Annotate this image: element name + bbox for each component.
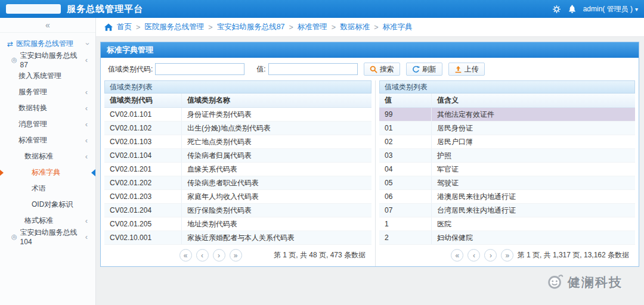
sidebar-item[interactable]: ◎ 宝安妇幼服务总线87 ‹ — [0, 52, 95, 68]
panel-title: 标准字典管理 — [101, 42, 639, 58]
cell-category-code: CV02.01.202 — [104, 176, 182, 189]
column-header-value[interactable]: 值 — [379, 94, 432, 107]
notifications-bell-icon[interactable] — [568, 5, 576, 13]
cell-category-name: 出生(分娩)地点类别代码表 — [182, 122, 371, 135]
table-row[interactable]: 04 军官证 — [379, 163, 635, 176]
value-table-header: 值 值含义 — [379, 94, 635, 108]
cell-category-code: CV02.01.205 — [104, 217, 182, 231]
category-table: 值域类别列表 值域类别代码 值域类别名称 CV02.01.101 身份证件类别代… — [104, 80, 371, 266]
breadcrumb-separator: > — [136, 23, 140, 32]
table-row[interactable]: CV02.01.101 身份证件类别代码表 — [104, 108, 371, 122]
sidebar-item[interactable]: 接入系统管理 — [0, 68, 95, 84]
cell-meaning: 护照 — [432, 149, 635, 162]
pager-button[interactable]: ‹ — [467, 249, 480, 262]
table-row[interactable]: CV02.01.201 血缘关系代码表 — [104, 163, 371, 176]
app-title: 服务总线管理平台 — [67, 4, 143, 15]
table-row[interactable]: CV02.01.205 地址类别代码表 — [104, 217, 371, 231]
pager-button[interactable]: » — [230, 249, 242, 262]
sidebar-collapse-button[interactable]: « — [0, 18, 95, 33]
home-icon[interactable] — [104, 23, 113, 31]
table-row[interactable]: 2 妇幼保健院 — [379, 231, 635, 245]
breadcrumb-item[interactable]: > 数据标准 — [332, 22, 370, 32]
refresh-button-label: 刷新 — [422, 64, 436, 74]
pager-button[interactable]: › — [213, 249, 225, 262]
table-row[interactable]: CV02.01.203 家庭年人均收入代码表 — [104, 190, 371, 204]
table-row[interactable]: 01 居民身份证 — [379, 122, 635, 135]
sidebar-item[interactable]: 数据标准 ‹ — [0, 148, 95, 164]
pager-button[interactable]: ‹ — [196, 249, 209, 262]
breadcrumb-label: 标准管理 — [298, 22, 327, 32]
sidebar-item-label: OID对象标识 — [32, 200, 73, 210]
category-section-title: 值域类别列表 — [104, 80, 371, 94]
cell-value: 06 — [379, 190, 432, 203]
table-row[interactable]: 99 其他法定有效证件 — [379, 108, 635, 122]
code-filter-input[interactable] — [155, 63, 244, 75]
value-filter-label: 值: — [256, 64, 265, 74]
chevron-icon: ‹ — [85, 55, 88, 64]
upload-button[interactable]: 上传 — [448, 63, 485, 76]
table-row[interactable]: CV02.01.104 传染病者归属代码表 — [104, 149, 371, 163]
sidebar-item[interactable]: ◎ 宝安妇幼服务总线104 ‹ — [0, 229, 95, 245]
column-header-category-name[interactable]: 值域类别名称 — [182, 94, 371, 107]
cell-meaning: 妇幼保健院 — [432, 231, 635, 244]
breadcrumb-item[interactable]: > 宝安妇幼服务总线87 — [208, 22, 284, 32]
table-row[interactable]: 1 医院 — [379, 217, 635, 231]
sidebar-item[interactable]: 数据转换 ‹ — [0, 100, 95, 116]
table-row[interactable]: CV02.01.103 死亡地点类别代码表 — [104, 135, 371, 149]
chevron-icon: ‹ — [82, 42, 91, 45]
caret-down-icon: ▾ — [635, 6, 638, 13]
refresh-button[interactable]: 刷新 — [406, 63, 442, 76]
breadcrumb-item[interactable]: > 标准管理 — [289, 22, 327, 32]
table-row[interactable]: CV02.01.202 传染病患者职业代码表 — [104, 176, 371, 190]
cell-value: 2 — [379, 231, 432, 244]
app-window: 服务总线管理平台 admin( 管理员 ) ▾ « ⇄ — [0, 0, 644, 305]
refresh-icon — [412, 66, 420, 73]
category-pager-info: 第 1 页, 共 48 页, 473 条数据 — [274, 250, 366, 260]
table-row[interactable]: CV02.01.204 医疗保险类别代码表 — [104, 204, 371, 217]
column-header-meaning[interactable]: 值含义 — [432, 94, 635, 107]
sidebar: « ⇄ 医院服务总线管理 ‹ ◎ 宝安妇幼服务总线87 ‹ 接入系统管理 — [0, 18, 96, 305]
cell-category-code: CV02.01.103 — [104, 135, 182, 148]
search-icon — [370, 66, 377, 73]
table-row[interactable]: 03 护照 — [379, 149, 635, 163]
cell-category-code: CV02.01.204 — [104, 204, 182, 217]
search-button[interactable]: 搜索 — [364, 63, 400, 76]
table-row[interactable]: 05 驾驶证 — [379, 176, 635, 190]
cell-value: 03 — [379, 149, 432, 162]
sidebar-item[interactable]: 消息管理 ‹ — [0, 116, 95, 132]
upload-icon — [454, 66, 462, 73]
sidebar-item[interactable]: 标准字典 — [0, 164, 95, 180]
sidebar-nav: ⇄ 医院服务总线管理 ‹ ◎ 宝安妇幼服务总线87 ‹ 接入系统管理 — [0, 33, 95, 245]
sidebar-item[interactable]: 术语 — [0, 180, 95, 197]
value-filter-input[interactable] — [268, 63, 358, 75]
pager-button[interactable]: « — [451, 249, 463, 262]
column-header-category-code[interactable]: 值域类别代码 — [104, 94, 182, 107]
pager-button[interactable]: » — [501, 249, 513, 262]
sidebar-item[interactable]: 标准管理 ‹ — [0, 132, 95, 148]
breadcrumb-item[interactable]: > 医院服务总线管理 — [136, 22, 204, 32]
pager-button[interactable]: « — [179, 249, 192, 262]
settings-gear-icon[interactable] — [552, 5, 561, 14]
upload-button-label: 上传 — [465, 64, 479, 74]
table-row[interactable]: CV02.01.102 出生(分娩)地点类别代码表 — [104, 122, 371, 135]
cell-meaning: 居民身份证 — [432, 122, 635, 135]
table-row[interactable]: CV02.10.001 家族近亲婚配者与本人关系代码表 — [104, 231, 371, 245]
table-row[interactable]: 06 港澳居民来往内地通行证 — [379, 190, 635, 204]
value-table-body: 99 其他法定有效证件 01 居民身份证 02 居民户口簿 — [379, 108, 635, 245]
breadcrumb-item[interactable]: > 标准字典 — [374, 22, 412, 32]
breadcrumb-separator: > — [374, 23, 378, 32]
table-row[interactable]: 07 台湾居民来往内地通行证 — [379, 204, 635, 217]
cell-category-name: 血缘关系代码表 — [182, 163, 371, 176]
cell-value: 02 — [379, 135, 432, 148]
sidebar-item[interactable]: 格式标准 ‹ — [0, 213, 95, 229]
sidebar-item[interactable]: 服务管理 ‹ — [0, 84, 95, 100]
tables-area: 值域类别列表 值域类别代码 值域类别名称 CV02.01.101 身份证件类别代… — [101, 80, 639, 266]
user-menu[interactable]: admin( 管理员 ) ▾ — [583, 4, 638, 14]
table-row[interactable]: 02 居民户口簿 — [379, 135, 635, 149]
app-logo — [6, 4, 61, 14]
sidebar-item[interactable]: ⇄ 医院服务总线管理 ‹ — [0, 36, 95, 52]
breadcrumb-separator: > — [208, 23, 212, 32]
breadcrumb-item[interactable]: 首页 — [117, 22, 132, 32]
pager-button[interactable]: › — [484, 249, 497, 262]
sidebar-item[interactable]: OID对象标识 — [0, 197, 95, 213]
